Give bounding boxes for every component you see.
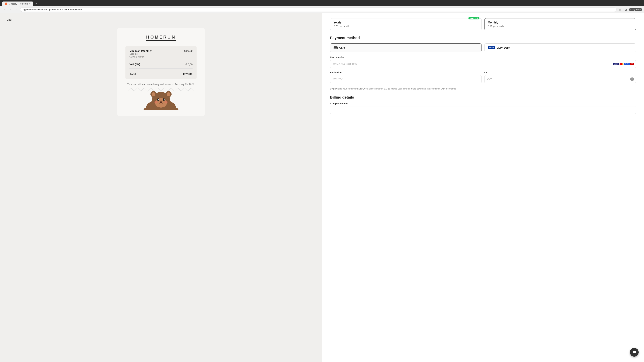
brand-logo: HOMERUN — [146, 34, 176, 41]
chat-button[interactable] — [630, 348, 639, 357]
svg-point-5 — [167, 92, 170, 96]
mastercard-icon — [620, 63, 624, 65]
expiry-group: Expiration — [330, 71, 482, 86]
card-method-button[interactable]: Card — [330, 43, 482, 52]
payment-methods: Card SÉPA SEPA Debit — [330, 43, 636, 52]
monthly-price: € 29 per month — [488, 25, 632, 27]
active-tab[interactable]: Moodjoy · Homerun ✕ — [2, 1, 33, 6]
total-label: Total — [130, 72, 136, 76]
cvc-input[interactable] — [484, 75, 636, 83]
company-name-label: Company name — [330, 102, 636, 105]
bear-mascot — [126, 86, 196, 110]
vat-amount: € 0,00 — [186, 63, 192, 66]
save-badge: save 14% — [468, 17, 480, 19]
chat-icon — [632, 350, 636, 354]
cvc-wrapper: ? — [484, 75, 636, 83]
renewal-note: Your plan will start immediately and ren… — [126, 83, 196, 86]
card-icon — [334, 46, 338, 49]
forward-nav-button[interactable]: → — [8, 7, 13, 12]
sepa-method-label: SEPA Debit — [497, 46, 510, 49]
billing-details-title: Billing details — [330, 95, 636, 99]
mascot-area — [126, 86, 196, 110]
tab-close-button[interactable]: ✕ — [29, 3, 31, 5]
card-method-label: Card — [339, 46, 345, 49]
cvc-label: CVC — [484, 71, 636, 74]
back-nav-button[interactable]: ← — [2, 7, 7, 12]
svg-point-11 — [160, 101, 162, 103]
plan-slots: 1 job slot — [130, 53, 152, 55]
back-link[interactable]: Back — [7, 18, 12, 21]
vat-line-item: VAT (0%) € 0,00 — [130, 63, 192, 66]
incognito-badge[interactable]: Incognito (2) — [629, 8, 642, 11]
amex-icon: AMEX — [624, 63, 630, 65]
tab-favicon — [5, 2, 8, 5]
cvc-help-button[interactable]: ? — [630, 77, 634, 81]
card-number-label: Card number — [330, 56, 636, 59]
svg-point-12 — [154, 101, 158, 103]
browser-toolbar: ← → ↻ app.homerun.co/checkout?plan=homer… — [0, 6, 644, 13]
total-amount: € 29,00 — [183, 72, 192, 76]
billing-toggle: save 14% Yearly € 25 per month Monthly €… — [330, 18, 636, 30]
card-brands: VISA AMEX UP — [613, 63, 634, 65]
browser-tabs: Moodjoy · Homerun ✕ + — [2, 1, 642, 6]
right-panel: save 14% Yearly € 25 per month Monthly €… — [322, 13, 644, 362]
expiry-input[interactable] — [330, 75, 482, 83]
receipt-card: HOMERUN Mini plan (Monthly) 1 job slot €… — [118, 28, 204, 116]
svg-point-10 — [164, 99, 165, 100]
card-disclaimer: By providing your card information, you … — [330, 87, 636, 90]
bookmark-button[interactable]: ☆ — [618, 7, 622, 12]
sepa-badge: SÉPA — [488, 46, 495, 49]
yearly-price: € 25 per month — [334, 25, 478, 27]
yearly-option[interactable]: save 14% Yearly € 25 per month — [330, 18, 482, 30]
vat-label: VAT (0%) — [130, 63, 140, 66]
page-container: Back HOMERUN Mini plan (Monthly) 1 job s… — [0, 13, 644, 362]
payment-section-title: Payment method — [330, 36, 636, 40]
svg-point-8 — [163, 98, 165, 101]
plan-name: Mini plan (Monthly) — [130, 49, 152, 52]
left-panel: Back HOMERUN Mini plan (Monthly) 1 job s… — [0, 13, 322, 362]
sidebar-button[interactable]: ⊡ — [624, 7, 628, 12]
company-name-input[interactable] — [330, 106, 636, 114]
monthly-option[interactable]: Monthly € 29 per month — [484, 18, 636, 30]
expiry-wrapper — [330, 75, 482, 83]
card-number-wrapper: VISA AMEX UP — [330, 60, 636, 68]
expiry-cvc-row: Expiration CVC ? — [330, 71, 636, 86]
browser-chrome: Moodjoy · Homerun ✕ + — [0, 0, 644, 6]
new-tab-button[interactable]: + — [34, 1, 38, 6]
svg-point-13 — [164, 101, 168, 103]
receipt-line-items: Mini plan (Monthly) 1 job slot € 29 x 1 … — [126, 46, 196, 79]
reload-button[interactable]: ↻ — [14, 7, 19, 12]
address-bar[interactable]: app.homerun.co/checkout?plan=homerun-min… — [20, 7, 616, 12]
svg-point-9 — [158, 99, 159, 100]
plan-details: Mini plan (Monthly) 1 job slot € 29 x 1 … — [130, 49, 152, 58]
expiry-label: Expiration — [330, 71, 482, 74]
cvc-group: CVC ? — [484, 71, 636, 86]
svg-point-7 — [157, 98, 159, 101]
tab-label: Moodjoy · Homerun — [9, 2, 28, 5]
receipt-logo: HOMERUN — [126, 34, 196, 41]
plan-line-item: Mini plan (Monthly) 1 job slot € 29 x 1 … — [130, 49, 192, 58]
company-name-wrapper — [330, 106, 636, 114]
yearly-label: Yearly — [334, 21, 478, 24]
sepa-method-button[interactable]: SÉPA SEPA Debit — [484, 43, 636, 52]
plan-calc: € 29 x 1 month — [130, 55, 152, 58]
vat-details: VAT (0%) — [130, 63, 140, 66]
receipt-divider — [130, 61, 192, 61]
svg-point-4 — [152, 92, 155, 96]
visa-icon: VISA — [613, 63, 619, 65]
monthly-label: Monthly — [488, 21, 632, 24]
plan-price: € 29,00 — [184, 49, 192, 52]
toolbar-actions: ☆ ⊡ Incognito (2) — [618, 7, 642, 12]
url-text: app.homerun.co/checkout?plan=homerun-min… — [23, 8, 82, 11]
receipt-total: Total € 29,00 — [130, 70, 192, 76]
card-number-input[interactable] — [330, 60, 636, 68]
unionpay-icon: UP — [630, 63, 634, 65]
